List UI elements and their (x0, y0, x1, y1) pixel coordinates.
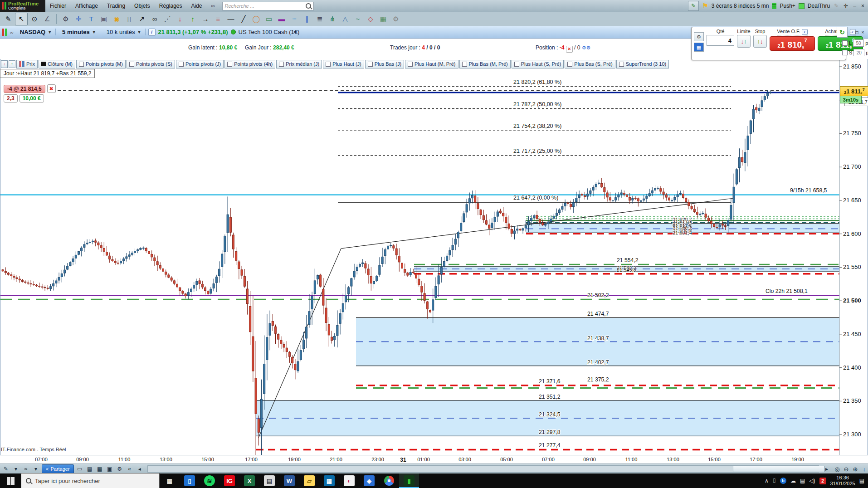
limit-pts-input[interactable]: 50 (853, 39, 864, 47)
qty-input[interactable]: 4 (707, 35, 734, 46)
trendarrow-icon[interactable]: ↗ (136, 13, 148, 25)
settings-icon[interactable]: ⚙ (390, 13, 402, 25)
search-icon[interactable] (306, 3, 311, 9)
fib-icon[interactable]: ≣ (314, 13, 326, 25)
bluetooth-icon[interactable]: b (780, 478, 786, 484)
timeframe-dropdown[interactable]: 5 minutes ▼ (59, 29, 100, 35)
share-button[interactable]: < Partager (42, 464, 74, 473)
indicator-chip-plus-haut-m-pr-[interactable]: Plus Haut (M, Pré) (405, 60, 458, 68)
position-tag[interactable]: -4 @ 21 814,5 (4, 85, 45, 93)
indicator-checkbox[interactable] (462, 62, 467, 67)
indicator-chip-points-pivots-4h-[interactable]: Points pivots (4h) (224, 60, 275, 68)
price-chart[interactable]: 21 820,2 (61,80 %)21 787,2 (50,00 %)21 7… (0, 0, 868, 488)
scroll-down-indicator-icon[interactable]: ↓ (1, 60, 8, 68)
polyline-icon[interactable]: ⋰ (161, 13, 173, 25)
units-dropdown[interactable]: 10 k unités ▼ (103, 29, 146, 35)
menu-item-fichier[interactable]: Fichier (45, 3, 71, 9)
scroll-down-icon[interactable]: ↓ (860, 465, 868, 473)
candle-icon[interactable] (19, 61, 24, 67)
indicator-chip-plus-haut-s-pr-[interactable]: Plus Haut (S, Pré) (512, 60, 564, 68)
gear-icon[interactable]: ⚙⚙ (582, 45, 591, 50)
info-icon[interactable]: i (148, 29, 156, 36)
close-icon[interactable]: × (861, 30, 865, 35)
segment-icon[interactable]: ∞ (149, 13, 161, 25)
comment-icon[interactable]: ▭ (75, 465, 85, 473)
sell-button[interactable]: 21 810,7 (770, 36, 815, 51)
limit-checkbox[interactable] (842, 40, 848, 46)
chart-type-icon[interactable]: ≈ (21, 465, 31, 473)
trading-app-icon[interactable]: ▮ (399, 473, 419, 488)
collapse-icon[interactable]: « (125, 465, 135, 473)
zoom-fit-icon[interactable]: ◎ (833, 465, 842, 473)
move-icon[interactable]: ✛ (73, 13, 84, 25)
wrench-icon[interactable]: ⚙ (115, 465, 125, 473)
alert-badge[interactable]: 2 (819, 478, 826, 484)
indicator-chip-points-pivots-j-[interactable]: Points pivots (J) (176, 60, 224, 68)
stop-checkbox[interactable] (842, 50, 848, 55)
pin-icon[interactable]: ✛ (843, 3, 849, 9)
global-search-input[interactable]: Recherche ... (222, 2, 314, 10)
pitchfork-icon[interactable]: ⋔ (327, 13, 338, 25)
calculator-icon[interactable]: ▦ (319, 473, 339, 488)
draw-tool-icon[interactable]: ✎ (1, 465, 11, 473)
blue-dash-icon[interactable]: ┄ (288, 13, 300, 25)
flag-icon[interactable]: ⚑ (702, 2, 708, 10)
indicator-chip-plus-bas-s-pr-[interactable]: Plus Bas (S, Pré) (565, 60, 615, 68)
explorer-icon[interactable]: ▱ (299, 473, 319, 488)
ellipse-icon[interactable]: ◯ (250, 13, 262, 25)
wave-icon[interactable]: ~ (352, 13, 364, 25)
minimize-icon[interactable]: – (849, 30, 853, 35)
menu-item-affichage[interactable]: Affichage (71, 3, 102, 9)
taskbar-clock[interactable]: 16:36 31/01/2025 (830, 475, 855, 487)
arrow-up-icon[interactable]: ↑ (187, 13, 199, 25)
workspace-label[interactable]: 3 écrans 8 indices 5 mn (712, 3, 769, 9)
close-position-button[interactable]: ✖ (47, 84, 56, 93)
indicator-chip-supertrend-3-10-[interactable]: SuperTrend (3 10) (616, 60, 669, 68)
link-icon[interactable]: ∞ (207, 0, 219, 12)
order-settings-icon[interactable]: ⚙ (694, 32, 704, 41)
chart-copy-icon[interactable]: ▣ (105, 465, 115, 473)
dropdown-caret[interactable]: ▾ (31, 465, 41, 473)
text-icon[interactable]: T (85, 13, 97, 25)
alert-icon[interactable]: ◉ (111, 13, 122, 25)
indicator-chip-points-pivots-s-[interactable]: Points pivots (S) (127, 60, 175, 68)
list-icon[interactable]: ▦ (95, 465, 105, 473)
indicator-checkbox[interactable] (408, 62, 413, 67)
diagline-icon[interactable]: ╱ (238, 13, 249, 25)
keyboard-icon[interactable]: ▦ (694, 43, 704, 52)
menu-item-trading[interactable]: Trading (102, 3, 130, 9)
pencil-icon[interactable]: ✎ (2, 13, 14, 25)
indicator-checkbox[interactable] (567, 62, 572, 67)
ig-app-icon[interactable]: IG (219, 473, 239, 488)
excel-icon[interactable]: X (239, 473, 259, 488)
stop-pts-input[interactable]: 20 (853, 49, 864, 56)
notes-icon[interactable]: ✎ (688, 1, 699, 11)
indicator-checkbox[interactable] (179, 62, 184, 67)
indicator-chip-prix-m-dian-j-[interactable]: Prix médian (J) (276, 60, 322, 68)
info-icon[interactable]: i (802, 29, 808, 35)
purple-line-icon[interactable]: ▬ (276, 13, 288, 25)
indicator-chip-plus-bas-j-[interactable]: Plus Bas (J) (365, 60, 404, 68)
channel-icon[interactable]: ∥ (301, 13, 313, 25)
start-button[interactable] (0, 473, 21, 488)
zoom-in-icon[interactable]: ⊕ (851, 465, 860, 473)
indicator-checkbox[interactable] (326, 62, 331, 67)
zoom-icon[interactable]: ⊙ (29, 13, 40, 25)
parallel-icon[interactable]: ≡ (212, 13, 224, 25)
scroll-up-indicator-icon[interactable]: ↑ (9, 60, 15, 68)
refresh-icon[interactable]: ↻ (837, 27, 848, 38)
indicator-checkbox[interactable] (129, 62, 134, 67)
printer-icon[interactable]: ▤ (259, 473, 279, 488)
close-plot-icon[interactable] (41, 62, 46, 66)
indicator-checkbox[interactable] (79, 62, 84, 67)
indicator-chip-points-pivots-m-[interactable]: Points pivots (M) (76, 60, 126, 68)
trash-icon[interactable]: ▯ (123, 13, 135, 25)
report-icon[interactable]: ▤ (85, 465, 95, 473)
instrument-dropdown[interactable]: NASDAQ ▼ (16, 29, 56, 35)
dealthru-label[interactable]: DealThru (808, 3, 830, 9)
taskbar-search-input[interactable]: Taper ici pour rechercher (21, 473, 160, 488)
stop-order-button[interactable]: ↑↓ (753, 35, 767, 48)
blue-app-icon[interactable]: ◈ (359, 473, 379, 488)
zoom-out-icon[interactable]: ⊖ (842, 465, 851, 473)
price-axis[interactable]: 21 85021 80021 75021 70021 65021 60021 5… (839, 57, 861, 455)
